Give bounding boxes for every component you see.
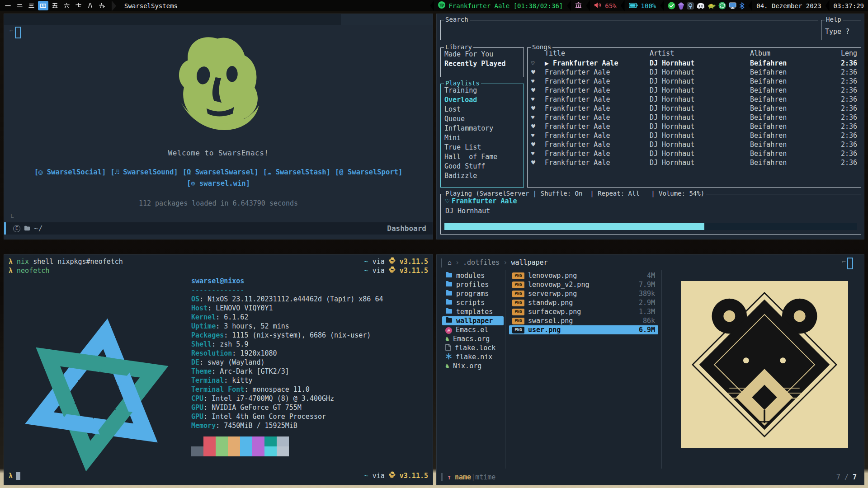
file-item[interactable]: PNGlenovowp.png4M bbox=[509, 271, 658, 280]
checkmark-icon[interactable] bbox=[668, 2, 675, 9]
png-file-icon: PNG bbox=[512, 327, 524, 333]
song-row[interactable]: ♥Frankfurter AaleDJ HornhautBeifahren2:3… bbox=[528, 122, 861, 131]
directory-name: scripts bbox=[456, 299, 485, 307]
keepassxc-icon[interactable] bbox=[687, 2, 694, 9]
workspace-4[interactable] bbox=[38, 1, 48, 10]
favorite-icon[interactable]: ♥ bbox=[531, 86, 545, 95]
favorite-icon[interactable]: ♥ bbox=[531, 149, 545, 158]
workspace-1[interactable] bbox=[3, 1, 13, 10]
workspace-5[interactable] bbox=[50, 1, 60, 10]
sort-direction-icon[interactable]: ↑ bbox=[447, 473, 451, 481]
directory-item[interactable]: modules bbox=[442, 271, 504, 280]
song-row[interactable]: ♥Frankfurter AaleDJ HornhautBeifahren2:3… bbox=[528, 95, 861, 104]
playlist-item[interactable]: Mini bbox=[441, 133, 524, 143]
playlist-item[interactable]: Good Stuff bbox=[441, 162, 524, 171]
song-row[interactable]: ♥Frankfurter AaleDJ HornhautBeifahren2:3… bbox=[528, 158, 861, 167]
progress-bar[interactable] bbox=[444, 223, 857, 230]
bluetooth-icon[interactable] bbox=[739, 2, 745, 9]
directory-item[interactable]: scripts bbox=[442, 298, 504, 307]
directory-item[interactable]: flake.nix bbox=[442, 352, 504, 361]
favorite-icon[interactable]: ♥ bbox=[531, 158, 545, 167]
favorite-icon[interactable]: ♥ bbox=[531, 104, 545, 113]
playlist-item[interactable]: Inflammatory bbox=[441, 124, 524, 133]
workspace-8[interactable] bbox=[85, 1, 95, 10]
breadcrumb-parent[interactable]: .dotfiles bbox=[463, 258, 500, 267]
favorite-icon[interactable]: ♥ bbox=[531, 131, 545, 140]
file-item[interactable]: PNGuser.png6.9M bbox=[509, 325, 658, 334]
home-icon[interactable]: ⌂ bbox=[448, 258, 452, 267]
volume-segment[interactable]: 65% bbox=[590, 0, 620, 11]
song-row[interactable]: ♥Frankfurter AaleDJ HornhautBeifahren2:3… bbox=[528, 104, 861, 113]
song-row[interactable]: ♥Frankfurter AaleDJ HornhautBeifahren2:3… bbox=[528, 149, 861, 158]
playlist-item[interactable]: Hall of Fame bbox=[441, 152, 524, 162]
file-item[interactable]: PNGsurfacewp.png1.3M bbox=[509, 307, 658, 316]
search-input[interactable] bbox=[443, 22, 816, 38]
file-item[interactable]: PNGserverwp.png389k bbox=[509, 289, 658, 298]
playlist-item[interactable]: True List bbox=[441, 143, 524, 152]
directory-item[interactable]: templates bbox=[442, 307, 504, 316]
home-link[interactable]: [⚙ swarsel.win] bbox=[187, 179, 250, 188]
song-row[interactable]: ♥Frankfurter AaleDJ HornhautBeifahren2:3… bbox=[528, 77, 861, 86]
directory-item[interactable]: ♞Emacs.org bbox=[442, 334, 504, 343]
file-item[interactable]: PNGswarsel.png86k bbox=[509, 316, 658, 325]
workspace-3[interactable] bbox=[26, 1, 37, 10]
right-prompt: ~ via v3.11.5 bbox=[364, 266, 428, 275]
playlist-item[interactable]: Queue bbox=[441, 114, 524, 124]
favorite-icon[interactable]: ♥ bbox=[531, 140, 545, 149]
directory-item[interactable]: ♞Nix.org bbox=[442, 361, 504, 371]
song-row[interactable]: ♥Frankfurter AaleDJ HornhautBeifahren2:3… bbox=[528, 131, 861, 140]
monitor-icon[interactable] bbox=[729, 2, 736, 9]
playlist-item[interactable]: Lost bbox=[441, 105, 524, 114]
workspace-2[interactable] bbox=[14, 1, 25, 10]
playlist-item[interactable]: Badizzle bbox=[441, 171, 524, 181]
favorite-icon[interactable]: ♥ bbox=[531, 77, 545, 86]
syncthing-icon[interactable] bbox=[718, 2, 726, 9]
breadcrumb[interactable]: ⌂ › .dotfiles › wallpaper bbox=[448, 258, 548, 267]
library-item[interactable]: Made For You bbox=[441, 50, 524, 59]
library-item[interactable]: Recently Played bbox=[441, 59, 524, 69]
discord-icon[interactable] bbox=[697, 3, 705, 9]
file-item[interactable]: PNGstandwp.png2.9M bbox=[509, 298, 658, 307]
emacs-tab-bar[interactable] bbox=[4, 14, 433, 25]
file-item[interactable]: PNGlenovowp_v2.png7.9M bbox=[509, 280, 658, 289]
heart-icon[interactable]: ♡ bbox=[445, 197, 449, 205]
dashboard-link-swarselswarsel[interactable]: [Ω SwarselSwarsel] bbox=[183, 168, 259, 176]
bank-icon[interactable] bbox=[575, 2, 582, 9]
favorite-icon[interactable]: ♥ bbox=[531, 113, 545, 122]
song-artist: DJ Hornhaut bbox=[650, 95, 750, 104]
folder-icon bbox=[24, 224, 30, 233]
directory-item[interactable]: programs bbox=[442, 289, 504, 298]
playlist-item[interactable]: Overload bbox=[441, 95, 524, 105]
song-row[interactable]: ♥Frankfurter AaleDJ HornhautBeifahren2:3… bbox=[528, 86, 861, 95]
terminal-cursor[interactable] bbox=[16, 472, 20, 480]
battery-segment[interactable]: 100% bbox=[625, 0, 660, 11]
songs-header: TitleArtistAlbumLeng bbox=[528, 48, 861, 59]
song-row[interactable]: ♥Frankfurter AaleDJ HornhautBeifahren2:3… bbox=[528, 68, 861, 77]
directory-item[interactable]: eEmacs.el bbox=[442, 325, 504, 334]
dashboard-link-swarselstash[interactable]: [☁ SwarselStash] bbox=[263, 168, 330, 176]
workspace-7[interactable] bbox=[73, 1, 84, 10]
song-row[interactable]: ♡▶ Frankfurter AaleDJ HornhautBeifahren2… bbox=[528, 59, 861, 68]
favorite-icon[interactable]: ♥ bbox=[531, 122, 545, 131]
workspace-6[interactable] bbox=[61, 1, 72, 10]
directory-item[interactable]: wallpaper bbox=[442, 316, 504, 325]
song-row[interactable]: ♥Frankfurter AaleDJ HornhautBeifahren2:3… bbox=[528, 140, 861, 149]
song-length: 2:36 bbox=[787, 140, 857, 149]
favorite-icon[interactable]: ♥ bbox=[531, 68, 545, 77]
dashboard-link-swarselsport[interactable]: [@ SwarselSport] bbox=[335, 168, 402, 176]
workspace-9[interactable] bbox=[97, 1, 107, 10]
tray-app-segment[interactable] bbox=[571, 0, 586, 11]
song-row[interactable]: ♥Frankfurter AaleDJ HornhautBeifahren2:3… bbox=[528, 113, 861, 122]
directory-item[interactable]: flake.lock bbox=[442, 343, 504, 352]
turtle-icon[interactable] bbox=[708, 3, 716, 9]
now-playing-segment[interactable]: Frankfurter Aale [01:38/02:36] bbox=[434, 0, 567, 11]
favorite-icon[interactable]: ♡ bbox=[531, 59, 545, 68]
gem-icon[interactable] bbox=[678, 2, 684, 9]
dashboard-link-swarselsound[interactable]: [♬ SwarselSound] bbox=[110, 168, 178, 176]
playlist-item[interactable]: Training bbox=[441, 86, 524, 95]
dashboard-link-swarselsocial[interactable]: [◎ SwarselSocial] bbox=[34, 168, 106, 176]
directory-item[interactable]: profiles bbox=[442, 280, 504, 289]
favorite-icon[interactable]: ♥ bbox=[531, 95, 545, 104]
song-title: Frankfurter Aale bbox=[545, 131, 650, 140]
home-link-label[interactable]: [⚙ swarsel.win] bbox=[187, 179, 250, 188]
